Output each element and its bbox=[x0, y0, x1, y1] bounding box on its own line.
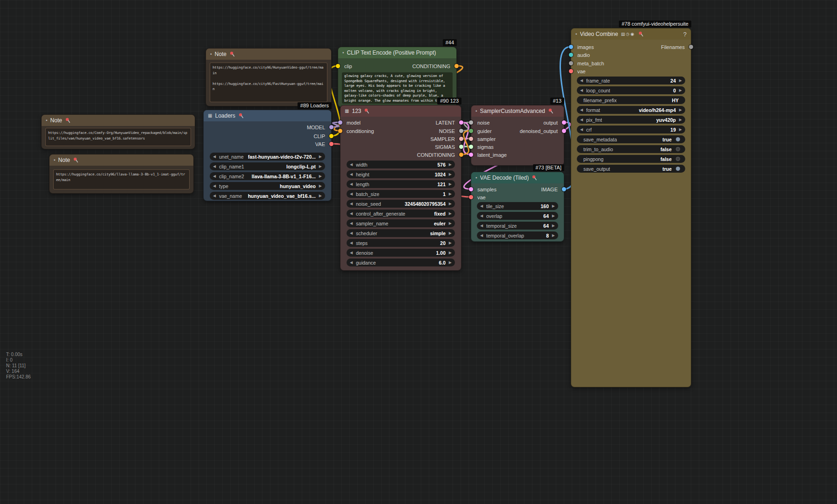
sampler-output-port[interactable] bbox=[459, 137, 463, 141]
collapse-icon[interactable]: ▪ bbox=[475, 109, 477, 113]
decrement-arrow[interactable]: ◀ bbox=[480, 204, 485, 208]
node-loaders[interactable]: ▦ Loaders MODEL CLIP VAE ◀ unet_name fas… bbox=[203, 110, 332, 201]
note-text[interactable]: https://huggingface.co/Comfy-Org/Hunyuan… bbox=[45, 128, 191, 146]
note-text[interactable]: https://huggingface.co/city96/llava-llam… bbox=[53, 169, 190, 189]
widget-guidance[interactable]: ◀ guidance 6.0 ▶ bbox=[347, 259, 455, 266]
samples-input-port[interactable] bbox=[469, 187, 473, 191]
group-node-icon[interactable]: ▦ bbox=[345, 109, 349, 113]
decrement-arrow[interactable]: ◀ bbox=[350, 182, 355, 186]
widget-scheduler[interactable]: ◀ scheduler simple ▶ bbox=[347, 229, 455, 237]
node-note-gguf-links[interactable]: ▪ Note https://huggingface.co/city96/Hun… bbox=[206, 48, 332, 106]
audio-input-port[interactable] bbox=[569, 53, 573, 57]
latent-image-input-port[interactable] bbox=[469, 153, 473, 157]
increment-arrow[interactable]: ▶ bbox=[447, 261, 452, 265]
conditioning-output-port[interactable] bbox=[459, 153, 463, 157]
increment-arrow[interactable]: ▶ bbox=[677, 89, 682, 92]
increment-arrow[interactable]: ▶ bbox=[550, 214, 555, 218]
decrement-arrow[interactable]: ◀ bbox=[580, 118, 585, 122]
increment-arrow[interactable]: ▶ bbox=[677, 108, 682, 112]
decrement-arrow[interactable]: ◀ bbox=[480, 214, 485, 218]
decrement-arrow[interactable]: ◀ bbox=[350, 163, 355, 167]
node-video-combine[interactable]: ▪ Video Combine ▤◷◉ ? images Filenames a… bbox=[571, 28, 691, 387]
decrement-arrow[interactable]: ◀ bbox=[350, 261, 355, 265]
decrement-arrow[interactable]: ◀ bbox=[213, 184, 218, 188]
sigmas-output-port[interactable] bbox=[459, 145, 463, 149]
decrement-arrow[interactable]: ◀ bbox=[213, 194, 218, 198]
increment-arrow[interactable]: ▶ bbox=[447, 173, 452, 176]
collapse-icon[interactable]: ▪ bbox=[575, 32, 577, 36]
widget-steps[interactable]: ◀ steps 20 ▶ bbox=[347, 239, 455, 247]
decrement-arrow[interactable]: ◀ bbox=[350, 212, 355, 216]
decrement-arrow[interactable]: ◀ bbox=[580, 79, 585, 83]
sigmas-input-port[interactable] bbox=[469, 145, 473, 149]
widget-clip-name2[interactable]: ◀ clip_name2 llava-llama-3-8B-v1_1-F16..… bbox=[210, 172, 325, 180]
widget-unet-name[interactable]: ◀ unet_name fast-hunyuan-video-t2v-720..… bbox=[210, 153, 325, 161]
increment-arrow[interactable]: ▶ bbox=[447, 202, 452, 206]
conditioning-input-port[interactable] bbox=[338, 129, 342, 133]
widget-type[interactable]: ◀ type hunyuan_video ▶ bbox=[210, 182, 325, 190]
increment-arrow[interactable]: ▶ bbox=[447, 222, 452, 225]
decrement-arrow[interactable]: ◀ bbox=[350, 192, 355, 196]
increment-arrow[interactable]: ▶ bbox=[317, 194, 322, 198]
images-input-port[interactable] bbox=[569, 45, 573, 49]
collapse-icon[interactable]: ▪ bbox=[475, 175, 477, 180]
widget-batch-size[interactable]: ◀ batch_size 1 ▶ bbox=[347, 190, 455, 198]
image-output-port[interactable] bbox=[562, 187, 566, 191]
node-123[interactable]: ▦ 123 model LATENT conditioning NOISE SA… bbox=[340, 105, 461, 271]
decrement-arrow[interactable]: ◀ bbox=[480, 234, 485, 238]
increment-arrow[interactable]: ▶ bbox=[677, 128, 682, 132]
increment-arrow[interactable]: ▶ bbox=[550, 204, 555, 208]
widget-sampler-name[interactable]: ◀ sampler_name euler ▶ bbox=[347, 219, 455, 227]
widget-pix-fmt[interactable]: ◀ pix_fmt yuv420p ▶ bbox=[577, 116, 685, 124]
increment-arrow[interactable]: ▶ bbox=[447, 241, 452, 245]
widget-format[interactable]: ◀ format video/h264-mp4 ▶ bbox=[577, 106, 685, 114]
widget-height[interactable]: ◀ height 1024 ▶ bbox=[347, 170, 455, 178]
increment-arrow[interactable]: ▶ bbox=[317, 184, 322, 188]
increment-arrow[interactable]: ▶ bbox=[447, 231, 452, 235]
widget-vae-name[interactable]: ◀ vae_name hunyuan_video_vae_bf16.s... ▶ bbox=[210, 192, 325, 200]
noise-output-port[interactable] bbox=[459, 129, 463, 133]
clip-input-port[interactable] bbox=[336, 64, 340, 68]
denoised-output-port[interactable] bbox=[562, 129, 566, 133]
decrement-arrow[interactable]: ◀ bbox=[350, 173, 355, 176]
decrement-arrow[interactable]: ◀ bbox=[580, 108, 585, 112]
increment-arrow[interactable]: ▶ bbox=[677, 79, 682, 83]
widget-noise-seed[interactable]: ◀ noise_seed 324548020795354 ▶ bbox=[347, 200, 455, 208]
widget-tile-size[interactable]: ◀ tile_size 160 ▶ bbox=[477, 202, 558, 210]
widget-filename-prefix[interactable]: filename_prefix HY bbox=[577, 96, 685, 104]
decrement-arrow[interactable]: ◀ bbox=[350, 231, 355, 235]
increment-arrow[interactable]: ▶ bbox=[550, 224, 555, 228]
vae-output-port[interactable] bbox=[329, 142, 333, 146]
decrement-arrow[interactable]: ◀ bbox=[480, 224, 485, 228]
model-output-port[interactable] bbox=[329, 125, 333, 129]
node-note-vae-link[interactable]: ▪ Note https://huggingface.co/Comfy-Org/… bbox=[41, 114, 195, 149]
decrement-arrow[interactable]: ◀ bbox=[213, 155, 218, 159]
node-vae-decode-tiled[interactable]: ▪ VAE Decode (Tiled) samples IMAGE vae ◀… bbox=[471, 172, 564, 242]
widget-length[interactable]: ◀ length 121 ▶ bbox=[347, 180, 455, 188]
increment-arrow[interactable]: ▶ bbox=[447, 192, 452, 196]
filenames-output-port[interactable] bbox=[689, 45, 693, 49]
collapse-icon[interactable]: ▪ bbox=[54, 158, 56, 162]
note-text[interactable]: https://huggingface.co/city96/HunyuanVid… bbox=[210, 63, 327, 102]
collapse-icon[interactable]: ▪ bbox=[210, 52, 212, 56]
toggle-pingpong[interactable]: pingpong false bbox=[577, 155, 685, 163]
latent-output-port[interactable] bbox=[459, 120, 463, 125]
increment-arrow[interactable]: ▶ bbox=[447, 251, 452, 255]
group-node-icon[interactable]: ▦ bbox=[208, 113, 212, 118]
widget-temporal-overlap[interactable]: ◀ temporal_overlap 8 ▶ bbox=[477, 231, 558, 239]
conditioning-output-port[interactable] bbox=[454, 64, 459, 68]
widget-loop-count[interactable]: ◀ loop_count 0 ▶ bbox=[577, 86, 685, 94]
clip-output-port[interactable] bbox=[329, 134, 333, 138]
increment-arrow[interactable]: ▶ bbox=[550, 234, 555, 238]
decrement-arrow[interactable]: ◀ bbox=[213, 165, 218, 168]
collapse-icon[interactable]: ▪ bbox=[342, 50, 344, 55]
node-graph-canvas[interactable]: #89 Loaders #44 #90 123 #13 #73 [BETA] #… bbox=[0, 0, 837, 504]
noise-input-port[interactable] bbox=[469, 120, 473, 125]
increment-arrow[interactable]: ▶ bbox=[317, 155, 322, 159]
toggle-save-metadata[interactable]: save_metadata true bbox=[577, 135, 685, 143]
toggle-save-output[interactable]: save_output true bbox=[577, 165, 685, 173]
increment-arrow[interactable]: ▶ bbox=[317, 165, 322, 168]
model-input-port[interactable] bbox=[338, 120, 342, 125]
decrement-arrow[interactable]: ◀ bbox=[350, 202, 355, 206]
decrement-arrow[interactable]: ◀ bbox=[350, 222, 355, 225]
